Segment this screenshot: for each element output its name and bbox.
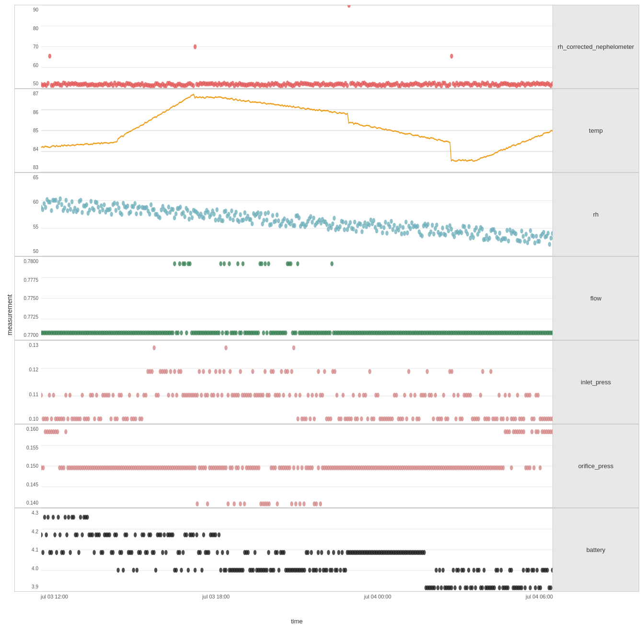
svg-point-1772 — [534, 585, 537, 590]
svg-point-652 — [535, 234, 538, 239]
y-tick-label: 0.7775 — [16, 277, 40, 283]
svg-point-1647 — [320, 550, 323, 555]
svg-point-1163 — [430, 392, 433, 397]
svg-point-998 — [91, 392, 94, 397]
svg-point-1578 — [202, 532, 205, 537]
svg-point-514 — [333, 216, 335, 220]
svg-point-476 — [277, 218, 280, 223]
y-tick-label: 0.160 — [16, 426, 40, 432]
svg-point-773 — [218, 330, 220, 335]
svg-point-749 — [176, 330, 179, 335]
svg-point-1105 — [310, 392, 313, 397]
svg-point-522 — [345, 220, 347, 225]
svg-point-1351 — [292, 465, 295, 470]
svg-point-1150 — [403, 392, 406, 397]
svg-point-500 — [312, 216, 315, 220]
svg-point-552 — [388, 224, 391, 229]
svg-point-642 — [520, 229, 523, 233]
svg-point-776 — [223, 261, 226, 266]
svg-point-528 — [353, 219, 356, 224]
svg-point-754 — [185, 330, 188, 335]
svg-point-1120 — [342, 392, 345, 397]
svg-point-185 — [347, 5, 350, 8]
svg-point-1463 — [522, 429, 525, 434]
svg-point-1616 — [267, 550, 270, 555]
svg-point-1137 — [377, 392, 380, 397]
svg-point-1171 — [446, 416, 449, 421]
y-tick-label: 4.0 — [16, 566, 40, 571]
svg-point-324 — [54, 198, 57, 203]
svg-point-379 — [135, 211, 138, 216]
svg-point-332 — [66, 208, 69, 213]
svg-point-1065 — [229, 369, 231, 374]
svg-point-1095 — [290, 369, 293, 374]
svg-point-986 — [66, 416, 69, 421]
svg-point-1541 — [139, 550, 142, 555]
svg-point-627 — [498, 230, 501, 235]
svg-point-1545 — [146, 550, 149, 555]
panel-label-rh: rh — [552, 173, 639, 256]
svg-point-1739 — [477, 568, 480, 573]
svg-point-1019 — [134, 416, 137, 421]
svg-point-564 — [406, 230, 409, 235]
svg-point-1196 — [497, 392, 500, 397]
svg-point-641 — [519, 239, 522, 243]
svg-point-638 — [514, 231, 517, 236]
y-tick-label: 83 — [16, 165, 40, 170]
svg-point-1637 — [303, 568, 306, 573]
svg-point-1059 — [216, 392, 219, 397]
svg-point-574 — [421, 233, 424, 238]
svg-point-1325 — [239, 501, 242, 506]
svg-point-588 — [441, 226, 444, 230]
svg-point-400 — [166, 211, 169, 216]
svg-point-1661 — [344, 568, 347, 573]
svg-point-1566 — [182, 550, 184, 555]
svg-point-1135 — [372, 416, 375, 421]
svg-point-1533 — [125, 532, 128, 537]
svg-point-1037 — [171, 392, 174, 397]
svg-point-1538 — [134, 532, 137, 537]
svg-flow — [41, 257, 552, 340]
svg-point-1504 — [76, 532, 79, 537]
svg-point-325 — [56, 204, 58, 209]
svg-point-450 — [239, 212, 242, 217]
chart-container: measurement 9080706050rh_corrected_nephe… — [0, 0, 644, 644]
svg-point-590 — [444, 232, 447, 237]
svg-point-1587 — [218, 532, 220, 537]
grid-lines — [41, 89, 552, 172]
svg-point-1592 — [226, 550, 229, 555]
svg-point-1146 — [395, 392, 398, 397]
svg-point-1093 — [286, 369, 289, 374]
svg-point-1069 — [237, 392, 240, 397]
svg-point-1034 — [165, 369, 168, 374]
svg-point-1494 — [58, 532, 61, 537]
svg-point-1151 — [405, 416, 408, 421]
svg-point-1128 — [358, 392, 361, 397]
svg-point-1657 — [337, 550, 340, 555]
svg-point-1497 — [64, 515, 67, 519]
svg-point-1656 — [335, 568, 338, 573]
y-tick-label: 0.11 — [16, 392, 40, 397]
svg-point-581 — [431, 223, 434, 228]
svg-point-1568 — [185, 532, 188, 537]
svg-point-1334 — [257, 465, 260, 470]
svg-point-1608 — [253, 550, 256, 555]
svg-point-1585 — [214, 532, 217, 537]
svg-point-378 — [133, 201, 136, 206]
svg-point-605 — [466, 231, 469, 236]
svg-point-1543 — [142, 532, 145, 537]
panels-area: 9080706050rh_corrected_nephelometer87868… — [14, 5, 639, 592]
svg-point-1308 — [204, 465, 207, 470]
svg-point-366 — [116, 201, 119, 206]
svg-point-1779 — [546, 568, 549, 573]
y-tick-label: 60 — [16, 63, 40, 68]
svg-point-1572 — [192, 532, 195, 537]
svg-point-815 — [289, 261, 292, 266]
svg-point-645 — [525, 232, 528, 237]
y-tick-label: 0.150 — [16, 463, 40, 469]
svg-point-401 — [167, 205, 170, 209]
svg-point-1523 — [108, 532, 111, 537]
y-tick-label: 0.145 — [16, 482, 40, 487]
svg-point-1039 — [175, 392, 178, 397]
svg-point-1714 — [435, 568, 437, 573]
